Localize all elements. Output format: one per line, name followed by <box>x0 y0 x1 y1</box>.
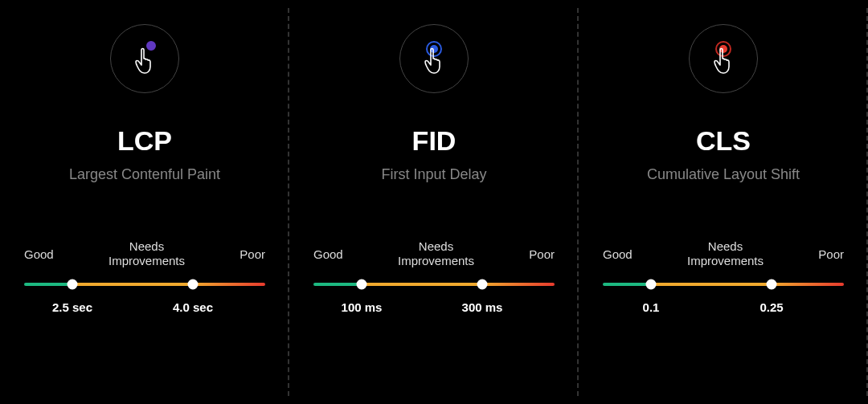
threshold-value-1: 100 ms <box>342 300 383 314</box>
threshold-value-1: 0.1 <box>643 300 660 314</box>
bar-segment-mid <box>651 283 772 286</box>
tap-icon <box>706 39 740 78</box>
tap-icon <box>128 39 162 78</box>
bar-segment-mid <box>72 283 193 286</box>
threshold-marker-1 <box>357 280 367 290</box>
metric-panel-fid: FID First Input Delay Good Needs Improve… <box>289 0 579 404</box>
bar-segment-good <box>313 283 362 286</box>
hand-pointer-icon <box>713 47 735 75</box>
label-poor: Poor <box>529 247 555 261</box>
threshold-value-2: 300 ms <box>462 300 503 314</box>
label-good: Good <box>24 247 54 261</box>
threshold-value-1: 2.5 sec <box>52 300 92 314</box>
threshold-bar <box>24 283 265 286</box>
threshold-values-row: 2.5 sec 4.0 sec <box>24 300 265 329</box>
metric-subtitle: Cumulative Layout Shift <box>647 166 800 183</box>
tap-icon <box>417 39 451 78</box>
bar-segment-poor <box>193 283 265 286</box>
label-needs-improvement: Needs Improvements <box>687 239 764 268</box>
threshold-labels-row: Good Needs Improvements Poor <box>313 239 555 268</box>
threshold-values-row: 0.1 0.25 <box>603 300 844 329</box>
label-needs-improvement: Needs Improvements <box>108 239 185 268</box>
label-needs-improvement: Needs Improvements <box>398 239 474 268</box>
metric-title: LCP <box>117 125 172 157</box>
bar-segment-good <box>603 283 651 286</box>
metric-title: CLS <box>696 125 751 157</box>
threshold-labels-row: Good Needs Improvements Poor <box>24 239 265 268</box>
threshold-value-2: 4.0 sec <box>173 300 213 314</box>
threshold-value-2: 0.25 <box>760 300 783 314</box>
label-good: Good <box>313 247 343 261</box>
label-poor: Poor <box>818 247 844 261</box>
bar-segment-poor <box>482 283 555 286</box>
threshold-marker-2 <box>767 280 777 290</box>
hand-pointer-icon <box>424 47 446 75</box>
threshold-marker-1 <box>646 280 657 290</box>
label-good: Good <box>603 247 633 261</box>
threshold-bar <box>603 283 844 286</box>
threshold-bar <box>313 283 555 286</box>
metric-subtitle: Largest Contenful Paint <box>69 166 220 183</box>
label-poor: Poor <box>240 247 265 261</box>
threshold-marker-2 <box>188 280 199 290</box>
metric-panel-lcp: LCP Largest Contenful Paint Good Needs I… <box>0 0 289 404</box>
bar-segment-good <box>24 283 72 286</box>
metric-title: FID <box>412 125 457 157</box>
bar-segment-poor <box>772 283 844 286</box>
threshold-marker-2 <box>477 280 488 290</box>
threshold-labels-row: Good Needs Improvements Poor <box>603 239 844 268</box>
metric-icon-circle <box>399 24 469 93</box>
metric-icon-circle <box>110 24 179 93</box>
hand-pointer-icon <box>134 47 157 75</box>
metric-panel-cls: CLS Cumulative Layout Shift Good Needs I… <box>579 0 868 404</box>
metric-subtitle: First Input Delay <box>381 166 486 183</box>
threshold-values-row: 100 ms 300 ms <box>313 300 555 329</box>
metric-icon-circle <box>689 24 758 93</box>
bar-segment-mid <box>362 283 482 286</box>
threshold-marker-1 <box>68 280 78 290</box>
